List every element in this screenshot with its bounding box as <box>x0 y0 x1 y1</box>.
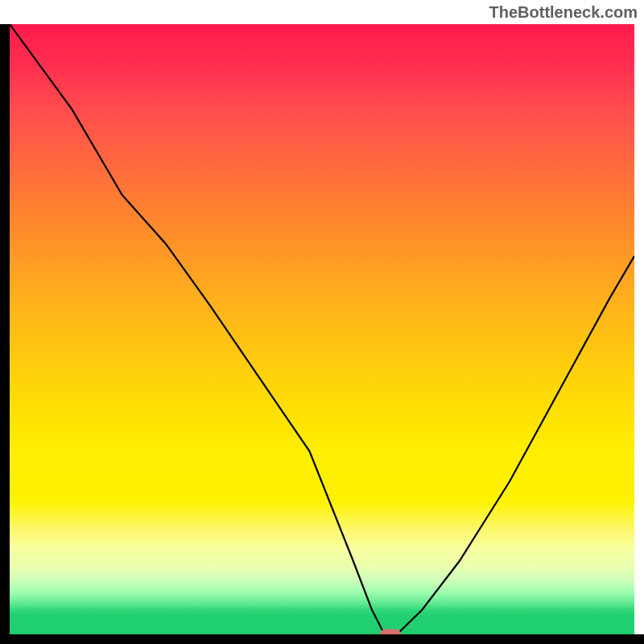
plot-area <box>10 24 634 634</box>
x-axis-border <box>0 634 644 644</box>
watermark-text: TheBottleneck.com <box>489 3 638 22</box>
bottleneck-curve <box>10 24 634 634</box>
chart-container: TheBottleneck.com <box>0 0 644 644</box>
y-axis-border <box>0 24 10 634</box>
